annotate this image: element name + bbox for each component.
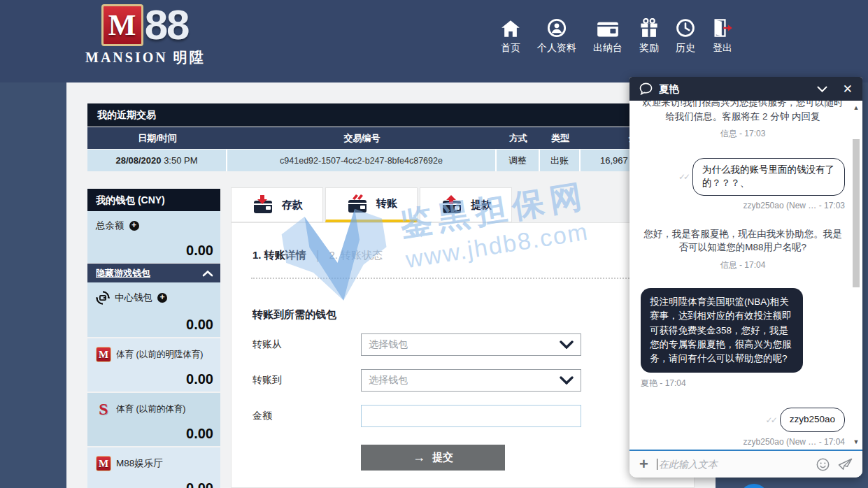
- read-receipt-icon: ✓✓: [678, 172, 688, 182]
- message-meta: zzyb250ao (New … - 17:04: [641, 437, 845, 447]
- nav-cashier[interactable]: 出纳台: [593, 17, 622, 55]
- tx-type-cell: 出账: [540, 150, 581, 171]
- central-wallet-item: 中心钱包 + 0.00: [87, 282, 220, 337]
- chevron-down-icon: [560, 340, 574, 349]
- add-central-wallet-icon[interactable]: +: [157, 293, 167, 303]
- transfer-card: 1. 转账详情 | 2. 转账状态 转账到所需的钱包 转账从 选择钱包 转账到 …: [231, 222, 695, 488]
- divider: [251, 278, 676, 279]
- visitor-message: ✓✓ zzyb250ao: [641, 408, 845, 432]
- arrow-right-icon: →: [413, 450, 425, 465]
- transfer-wallet-icon: [346, 194, 371, 215]
- central-wallet-icon: [96, 291, 110, 305]
- system-message: 欢迎来访!我们很高兴为您提供服务，您可以随时给我们信息。客服将在 2 分钟 内回…: [641, 101, 845, 123]
- rewards-icon: [640, 17, 658, 38]
- chevron-up-icon: [202, 270, 213, 277]
- scroll-up-icon[interactable]: ▲: [852, 104, 860, 111]
- system-message: 您好，我是客服夏艳，现在由我来协助您。我是否可以知道您的M88用户名呢?: [641, 227, 845, 254]
- chat-header: 夏艳 ✕: [629, 77, 862, 101]
- transfer-from-select[interactable]: 选择钱包: [361, 333, 581, 356]
- recent-transactions: 我的近期交易 日期/时间 交易编号 方式 类型 金额 28/08/2020 3:…: [87, 103, 695, 171]
- wallet-item-label: M88娱乐厅: [116, 457, 163, 470]
- message-meta: 信息 - 17:03: [641, 128, 845, 140]
- tx-id-cell: c941ed92-1507-4cc2-b247-8bfe4c87692e: [227, 150, 497, 171]
- add-funds-icon[interactable]: +: [129, 221, 139, 231]
- visitor-message: ✓✓ 为什么我的账号里面的钱没有了的？？？、: [641, 158, 845, 196]
- nav-logout[interactable]: 登出: [712, 17, 733, 55]
- chat-text-input[interactable]: [659, 459, 808, 470]
- hidden-wallets-toggle[interactable]: 隐藏游戏钱包: [87, 264, 220, 282]
- submit-button[interactable]: → 提交: [361, 445, 505, 471]
- wallet-item-amount: 0.00: [186, 317, 213, 333]
- attach-plus-icon[interactable]: +: [639, 457, 648, 472]
- read-receipt-icon: ✓✓: [766, 415, 776, 425]
- text-caret: [657, 459, 657, 470]
- total-balance-section: 总余额 + 0.00: [87, 211, 220, 263]
- home-icon: [501, 17, 520, 38]
- chat-window: 夏艳 ✕ 欢迎来访!我们很高兴为您提供服务，您可以随时给我们信息。客服将在 2 …: [629, 77, 862, 478]
- wallet-item-amount: 0.00: [186, 371, 213, 387]
- transactions-title: 我的近期交易: [87, 103, 695, 127]
- tx-date-cell: 28/08/2020 3:50 PM: [87, 150, 227, 171]
- message-meta: 信息 - 17:04: [641, 259, 845, 271]
- wallet-title: 我的钱包 (CNY): [87, 189, 220, 211]
- chat-input-bar: +: [629, 450, 862, 478]
- tab-deposit[interactable]: 存款: [231, 187, 323, 222]
- wallet-item-label: 体育 (以前的明陞体育): [116, 349, 203, 361]
- main-nav: 首页 个人资料 出纳台 奖励: [501, 17, 733, 55]
- table-row: 28/08/2020 3:50 PM c941ed92-1507-4cc2-b2…: [87, 150, 695, 171]
- chat-minimize-icon[interactable]: [817, 86, 827, 92]
- transfer-from-row: 转账从 选择钱包: [252, 333, 679, 356]
- amount-row: 金额: [252, 405, 679, 427]
- send-icon[interactable]: [838, 458, 853, 471]
- chevron-down-icon: [560, 376, 574, 385]
- message-meta: zzyb250ao (New … - 17:03: [641, 201, 845, 210]
- transfer-to-row: 转账到 选择钱包: [252, 369, 679, 392]
- chat-bubble-icon: [639, 82, 653, 95]
- page: M 88 MANSION 明陞 首页 个人资料: [0, 0, 868, 488]
- chat-messages: 欢迎来访!我们很高兴为您提供服务，您可以随时给我们信息。客服将在 2 分钟 内回…: [629, 101, 851, 450]
- total-balance-label: 总余额: [96, 220, 124, 232]
- profile-icon: [547, 17, 567, 38]
- s-sports-icon: S: [96, 401, 111, 417]
- total-balance-amount: 0.00: [186, 243, 213, 259]
- transactions-header-row: 日期/时间 交易编号 方式 类型 金额: [87, 127, 695, 149]
- chat-scrollbar[interactable]: ▲ ▼: [851, 103, 861, 447]
- m88-casino-icon: M: [96, 456, 111, 471]
- wallet-item-label: 中心钱包: [115, 292, 152, 304]
- deposit-wallet-icon: [251, 194, 276, 215]
- cashier-tabs: 存款 转账 提款: [231, 187, 512, 222]
- step-transfer-status: 2. 转账状态: [329, 249, 383, 262]
- wallet-item-amount: 0.00: [186, 426, 213, 442]
- tab-withdraw[interactable]: 提款: [420, 187, 512, 222]
- m88-logo[interactable]: M 88 MANSION 明陞: [85, 4, 204, 67]
- chat-agent-name: 夏艳: [659, 82, 817, 96]
- tab-transfer[interactable]: 转账: [325, 187, 418, 222]
- logo-subtitle: MANSION 明陞: [85, 48, 204, 67]
- chat-close-icon[interactable]: ✕: [843, 83, 853, 95]
- logout-icon: [712, 17, 733, 38]
- message-meta: 夏艳 - 17:04: [641, 378, 845, 389]
- sports-m88-wallet-item: M 体育 (以前的明陞体育) 0.00: [87, 338, 220, 392]
- transfer-to-select[interactable]: 选择钱包: [361, 369, 581, 392]
- emoji-icon[interactable]: [816, 458, 830, 471]
- logo-88-text: 88: [145, 4, 189, 46]
- form-title: 转账到所需的钱包: [252, 308, 336, 322]
- m88-logo-icon: M: [101, 4, 143, 46]
- top-header: M 88 MANSION 明陞 首页 个人资料: [0, 0, 868, 82]
- amount-input[interactable]: [361, 405, 581, 427]
- m88-casino-wallet-item: M M88娱乐厅 0.00: [87, 447, 220, 488]
- nav-history[interactable]: 历史: [676, 17, 695, 55]
- chat-launcher-button[interactable]: [740, 484, 768, 488]
- scroll-down-icon[interactable]: ▼: [852, 438, 860, 445]
- nav-home[interactable]: 首页: [501, 17, 520, 55]
- withdraw-wallet-icon: [440, 194, 465, 215]
- scrollbar-thumb[interactable]: [853, 139, 860, 287]
- history-icon: [676, 17, 695, 38]
- wallet-item-label: 体育 (以前的体育): [116, 403, 185, 415]
- nav-rewards[interactable]: 奖励: [639, 17, 659, 55]
- cashier-icon: [597, 17, 619, 38]
- wallet-sidebar: 我的钱包 (CNY) 总余额 + 0.00 隐藏游戏钱包 中心钱包 + 0.00: [87, 189, 220, 488]
- tx-method-cell: 调整: [497, 150, 540, 171]
- nav-profile[interactable]: 个人资料: [537, 17, 576, 55]
- agent-message: 投注明陞体育美国职篮(NBA)相关赛事，达到相对应的有效投注额即可获得免费奖金3…: [641, 288, 845, 373]
